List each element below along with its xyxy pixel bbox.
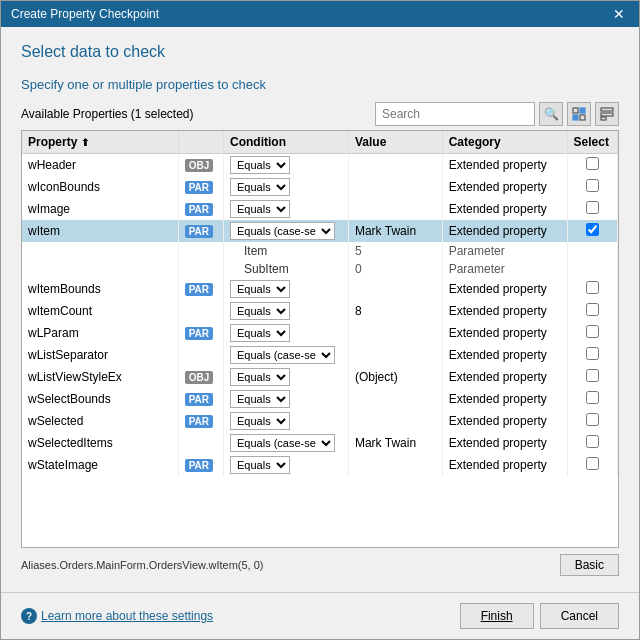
- condition-cell[interactable]: Equals: [224, 176, 349, 198]
- select-cell[interactable]: [567, 388, 617, 410]
- select-cell[interactable]: [567, 220, 617, 242]
- select-cell[interactable]: [567, 154, 617, 177]
- table-row: wImage PAR Equals Extended property: [22, 198, 618, 220]
- row-checkbox[interactable]: [586, 201, 599, 214]
- badge-cell: OBJ: [178, 154, 223, 177]
- condition-select[interactable]: Equals: [230, 368, 290, 386]
- category-cell: Extended property: [442, 300, 567, 322]
- svg-rect-4: [601, 108, 613, 111]
- condition-cell[interactable]: Equals (case-se: [224, 432, 349, 454]
- table-row: wItem PAR Equals (case-se Mark Twain Ext…: [22, 220, 618, 242]
- row-checkbox[interactable]: [586, 391, 599, 404]
- condition-cell[interactable]: Equals (case-se: [224, 220, 349, 242]
- condition-cell[interactable]: Equals: [224, 300, 349, 322]
- sub-category: Parameter: [442, 242, 567, 260]
- value-cell: [348, 454, 442, 476]
- search-input[interactable]: [375, 102, 535, 126]
- category-cell: Extended property: [442, 366, 567, 388]
- value-cell: 8: [348, 300, 442, 322]
- condition-select[interactable]: Equals (case-se: [230, 346, 335, 364]
- badge-cell: PAR: [178, 454, 223, 476]
- close-button[interactable]: ✕: [609, 7, 629, 21]
- condition-cell[interactable]: Equals: [224, 366, 349, 388]
- condition-select[interactable]: Equals: [230, 456, 290, 474]
- select-cell[interactable]: [567, 176, 617, 198]
- sub-label: Item: [224, 242, 349, 260]
- table-row: wListViewStyleEx OBJ Equals (Object) Ext…: [22, 366, 618, 388]
- row-checkbox[interactable]: [586, 435, 599, 448]
- dialog-title: Create Property Checkpoint: [11, 7, 159, 21]
- value-cell: [348, 322, 442, 344]
- property-name: wListSeparator: [22, 344, 178, 366]
- row-checkbox[interactable]: [586, 223, 599, 236]
- condition-select[interactable]: Equals: [230, 324, 290, 342]
- property-name: wItemCount: [22, 300, 178, 322]
- condition-select[interactable]: Equals (case-se: [230, 434, 335, 452]
- category-cell: Extended property: [442, 410, 567, 432]
- select-cell[interactable]: [567, 454, 617, 476]
- category-cell: Extended property: [442, 454, 567, 476]
- row-checkbox[interactable]: [586, 413, 599, 426]
- properties-table-container[interactable]: Property ⬆ Condition Value Category Sele…: [21, 130, 619, 548]
- basic-button[interactable]: Basic: [560, 554, 619, 576]
- bottom-bar: ? Learn more about these settings Finish…: [1, 592, 639, 639]
- search-button[interactable]: 🔍: [539, 102, 563, 126]
- condition-select[interactable]: Equals: [230, 280, 290, 298]
- learn-more-link[interactable]: ? Learn more about these settings: [21, 608, 213, 624]
- sub-empty: [22, 242, 178, 260]
- condition-cell[interactable]: Equals: [224, 388, 349, 410]
- select-cell[interactable]: [567, 300, 617, 322]
- condition-select[interactable]: Equals: [230, 302, 290, 320]
- search-area: 🔍: [375, 102, 619, 126]
- condition-select[interactable]: Equals: [230, 178, 290, 196]
- row-checkbox[interactable]: [586, 347, 599, 360]
- select-cell[interactable]: [567, 344, 617, 366]
- value-cell: (Object): [348, 366, 442, 388]
- row-checkbox[interactable]: [586, 281, 599, 294]
- select-cell[interactable]: [567, 410, 617, 432]
- property-name: wHeader: [22, 154, 178, 177]
- condition-cell[interactable]: Equals (case-se: [224, 344, 349, 366]
- badge-cell: PAR: [178, 410, 223, 432]
- condition-cell[interactable]: Equals: [224, 410, 349, 432]
- select-cell[interactable]: [567, 432, 617, 454]
- select-cell[interactable]: [567, 198, 617, 220]
- condition-select[interactable]: Equals: [230, 156, 290, 174]
- col-header-badge: [178, 131, 223, 154]
- row-checkbox[interactable]: [586, 369, 599, 382]
- badge-cell: OBJ: [178, 366, 223, 388]
- sub-empty: [22, 260, 178, 278]
- badge-cell: PAR: [178, 198, 223, 220]
- condition-select[interactable]: Equals (case-se: [230, 222, 335, 240]
- heading-main: Select data to check: [21, 43, 619, 61]
- dialog-body: Select data to check Specify one or mult…: [1, 27, 639, 592]
- finish-button[interactable]: Finish: [460, 603, 534, 629]
- condition-cell[interactable]: Equals: [224, 278, 349, 300]
- select-cell[interactable]: [567, 322, 617, 344]
- property-name: wItem: [22, 220, 178, 242]
- category-cell: Extended property: [442, 432, 567, 454]
- condition-cell[interactable]: Equals: [224, 454, 349, 476]
- condition-select[interactable]: Equals: [230, 412, 290, 430]
- row-checkbox[interactable]: [586, 457, 599, 470]
- row-checkbox[interactable]: [586, 325, 599, 338]
- badge-obj: OBJ: [185, 159, 214, 172]
- condition-cell[interactable]: Equals: [224, 198, 349, 220]
- select-cell[interactable]: [567, 278, 617, 300]
- property-name: wSelectedItems: [22, 432, 178, 454]
- value-cell: [348, 176, 442, 198]
- condition-select[interactable]: Equals: [230, 200, 290, 218]
- sub-badge: [178, 260, 223, 278]
- row-checkbox[interactable]: [586, 179, 599, 192]
- row-checkbox[interactable]: [586, 303, 599, 316]
- condition-select[interactable]: Equals: [230, 390, 290, 408]
- condition-cell[interactable]: Equals: [224, 322, 349, 344]
- row-checkbox[interactable]: [586, 157, 599, 170]
- value-cell: Mark Twain: [348, 432, 442, 454]
- toggle-view-btn[interactable]: [595, 102, 619, 126]
- select-all-icon-btn[interactable]: [567, 102, 591, 126]
- cancel-button[interactable]: Cancel: [540, 603, 619, 629]
- select-cell[interactable]: [567, 366, 617, 388]
- sub-value: 0: [348, 260, 442, 278]
- condition-cell[interactable]: Equals: [224, 154, 349, 177]
